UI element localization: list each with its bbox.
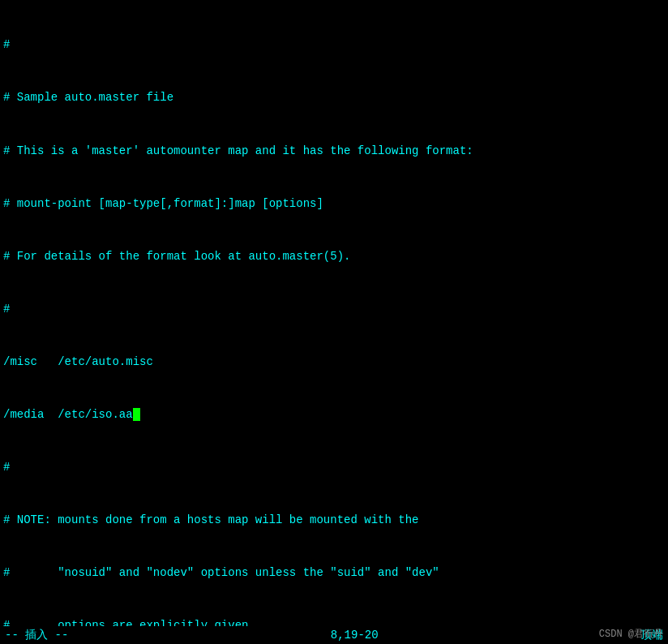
line-11: # "nosuid" and "nodev" options unless th… bbox=[3, 565, 665, 582]
line-2: # Sample auto.master file bbox=[3, 89, 665, 107]
code-area: # # Sample auto.master file # This is a … bbox=[0, 0, 668, 644]
line-1: # bbox=[3, 36, 665, 54]
line-4: # mount-point [map-type[,format]:]map [o… bbox=[3, 195, 665, 213]
statusbar: -- 插入 -- 8,19-20 顶端 bbox=[0, 626, 668, 644]
line-7: /misc /etc/auto.misc bbox=[3, 354, 665, 371]
line-10: # NOTE: mounts done from a hosts map wil… bbox=[3, 512, 665, 530]
vim-mode: -- 插入 -- bbox=[5, 628, 68, 642]
text-cursor bbox=[133, 408, 140, 421]
line-8: /media /etc/iso.aa bbox=[3, 406, 665, 424]
line-9: # bbox=[3, 459, 665, 477]
line-5: # For details of the format look at auto… bbox=[3, 248, 665, 266]
watermark: CSDN @君衔丹 bbox=[599, 627, 663, 641]
line-6: # bbox=[3, 301, 665, 319]
line-3: # This is a 'master' automounter map and… bbox=[3, 143, 665, 161]
editor: # # Sample auto.master file # This is a … bbox=[0, 0, 668, 644]
cursor-position: 8,19-20 bbox=[331, 629, 379, 642]
